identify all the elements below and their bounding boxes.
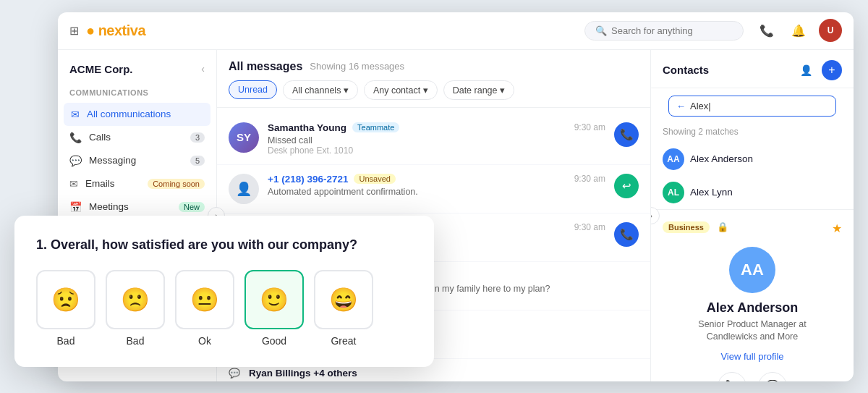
contacts-add-button[interactable]: + [822,60,842,80]
contact-business-badge: Business [663,221,710,233]
search-icon: 🔍 [595,25,607,36]
sidebar-item-messaging[interactable]: 💬 Messaging 5 [58,149,216,172]
filter-date-range[interactable]: Date range ▾ [443,80,514,100]
contact-result-item[interactable]: AL Alex Lynn [651,176,854,209]
message-content: Samantha Young Teammate 9:30 am Missed c… [268,122,605,156]
message-item[interactable]: SY Samantha Young Teammate 9:30 am Misse… [217,114,650,165]
message-name: Samantha Young [268,122,346,133]
emails-icon: ✉ [69,178,78,190]
filter-all-channels[interactable]: All channels ▾ [283,80,358,100]
survey-option-great[interactable]: 😄 Great [314,270,373,347]
contact-role: Senior Product Manager atCandlewicks and… [663,318,842,344]
user-avatar[interactable]: U [819,19,842,42]
contacts-header-icons: 👤 + [796,60,842,80]
message-call-action[interactable]: 📞 [614,222,639,247]
contact-detail: Business 🔒 ★ AA Alex Anderson Senior Pro… [651,209,854,381]
contact-result-avatar: AA [663,148,684,170]
survey-emoji-box: 😄 [314,270,373,329]
message-name: Ryan Billings +4 others [249,368,357,379]
survey-option-ok[interactable]: 😐 Ok [175,270,234,347]
contact-result-name: Alex Lynn [690,187,733,198]
global-search-input[interactable] [611,25,733,36]
contact-name: Alex Anderson [663,300,842,316]
survey-option-label: Bad [57,335,75,347]
message-name: +1 (218) 396-2721 [268,174,348,185]
contact-result-item[interactable]: AA Alex Anderson [651,143,854,176]
phone-icon[interactable]: 📞 [755,19,778,42]
message-call-action[interactable]: 📞 [614,122,639,147]
grid-icon[interactable]: ⊞ [69,24,79,38]
messages-header: All messages Showing 16 messages Unread … [217,50,650,108]
all-comms-icon: ✉ [71,109,80,120]
meetings-icon: 📅 [69,201,82,213]
message-time: 9:30 am [574,174,605,184]
sidebar-item-all-communications[interactable]: ✉ All communications [64,103,210,126]
contacts-results-count: Showing 2 matches [651,124,854,143]
contact-message-button[interactable]: 💬 [758,372,787,381]
survey-option-bad1[interactable]: 😟 Bad [36,270,95,347]
message-content: Ryan Billings +4 others [249,368,639,381]
messaging-icon: 💬 [69,155,82,166]
filter-row: Unread All channels ▾ Any contact ▾ Date… [229,80,639,100]
sidebar-item-emails[interactable]: ✉ Emails Coming soon [58,172,216,195]
contact-call-button[interactable]: 📞 [718,372,746,381]
message-avatar-unknown: 👤 [229,174,259,204]
contacts-search-box: ← [668,96,836,117]
contact-result-avatar: AL [663,182,684,203]
survey-option-label: Bad [127,335,145,347]
message-subpreview: Desk phone Ext. 1010 [268,145,605,156]
contacts-panel: Contacts 👤 + ← Showing 2 matches AA Ale [651,50,854,381]
filter-any-contact[interactable]: Any contact ▾ [364,80,438,100]
contact-avatar-large: AA [729,247,775,293]
message-time: 9:30 am [574,222,605,232]
message-reply-action[interactable]: ↩ [614,174,639,198]
sidebar-item-calls[interactable]: 📞 Calls 3 [58,126,216,149]
chevron-icon[interactable]: ‹ [201,63,205,75]
contacts-header: Contacts 👤 + [651,50,854,88]
bell-icon[interactable]: 🔔 [787,19,810,42]
messages-count: Showing 16 messages [310,61,404,72]
view-full-profile-link[interactable]: View full profile [663,351,842,362]
top-bar-search-container: 🔍 [584,21,744,41]
survey-options: 😟 Bad 🙁 Bad 😐 Ok 🙂 Good 😄 Great [36,270,412,347]
message-preview: Automated appointment confirmation. [268,187,605,197]
company-name: ACME Corp. [69,63,133,75]
messages-title: All messages [229,60,302,73]
contact-detail-header: Business 🔒 ★ [663,221,842,235]
message-item[interactable]: 👤 +1 (218) 396-2721 Unsaved 9:30 am Auto… [217,165,650,214]
message-preview: Missed call [268,135,605,145]
message-icon-row: 💬 [229,368,240,379]
star-icon[interactable]: ★ [832,221,842,235]
logo-dot: ● [86,22,95,38]
message-time: 9:30 am [574,122,605,132]
survey-option-label: Ok [198,335,211,347]
survey-card: 1. Overall, how satisfied are you with o… [14,216,434,367]
survey-option-good[interactable]: 🙂 Good [244,270,304,347]
sidebar-item-meetings[interactable]: 📅 Meetings New [58,195,216,219]
calls-icon: 📞 [69,132,82,143]
contact-result-name: Alex Anderson [690,153,753,164]
survey-option-label: Great [331,335,356,347]
contacts-search-back-icon[interactable]: ← [676,101,686,111]
survey-emoji-box-selected: 🙂 [244,270,304,329]
calls-badge: 3 [190,132,205,143]
contacts-search-input[interactable] [690,101,828,111]
message-content: +1 (218) 396-2721 Unsaved 9:30 am Automa… [268,174,605,197]
meetings-badge: New [179,202,205,212]
survey-option-bad2[interactable]: 🙁 Bad [106,270,165,347]
filter-unread[interactable]: Unread [229,80,277,99]
sidebar-section-title: Communications [58,85,216,103]
top-bar-icons: 📞 🔔 U [755,19,842,42]
message-tag: Teammate [352,122,399,132]
sidebar-company: ACME Corp. ‹ [58,60,216,85]
messaging-badge: 5 [190,156,205,166]
message-tag: Unsaved [354,174,395,184]
contact-actions: 📞 💬 [663,372,842,381]
logo: ● nextiva [86,22,145,39]
survey-emoji-box: 🙁 [106,270,165,329]
survey-emoji-box: 😟 [36,270,95,329]
survey-emoji-box: 😐 [175,270,234,329]
contacts-person-icon[interactable]: 👤 [796,60,816,80]
message-avatar: SY [229,122,259,153]
emails-badge: Coming soon [148,179,205,189]
